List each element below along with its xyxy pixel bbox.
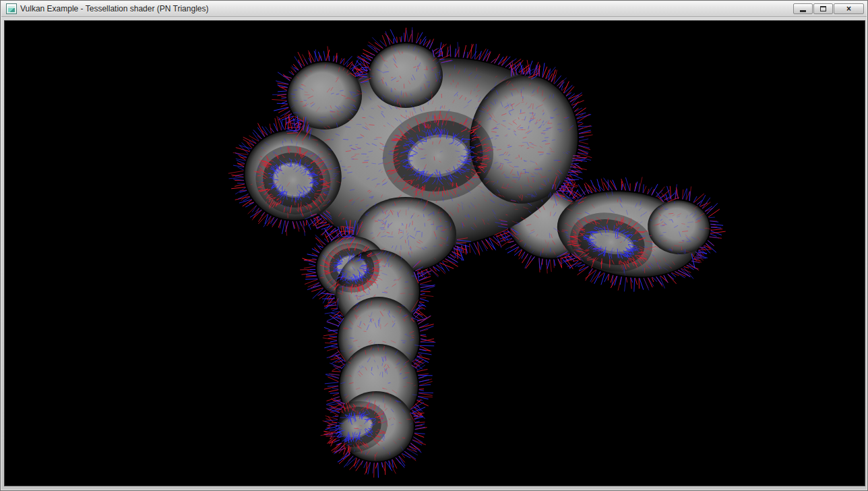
minimize-icon xyxy=(800,10,806,12)
render-viewport[interactable] xyxy=(4,20,865,486)
window-title: Vulkan Example - Tessellation shader (PN… xyxy=(20,4,208,13)
close-icon: × xyxy=(846,5,851,13)
window-controls: × xyxy=(793,1,864,14)
close-button[interactable]: × xyxy=(834,3,864,14)
minimize-button[interactable] xyxy=(793,3,813,14)
maximize-icon xyxy=(820,6,826,11)
app-icon xyxy=(6,3,17,14)
app-window: Vulkan Example - Tessellation shader (PN… xyxy=(0,0,868,491)
maximize-button[interactable] xyxy=(813,3,833,14)
titlebar[interactable]: Vulkan Example - Tessellation shader (PN… xyxy=(1,1,867,17)
3d-render-canvas[interactable] xyxy=(5,21,865,486)
